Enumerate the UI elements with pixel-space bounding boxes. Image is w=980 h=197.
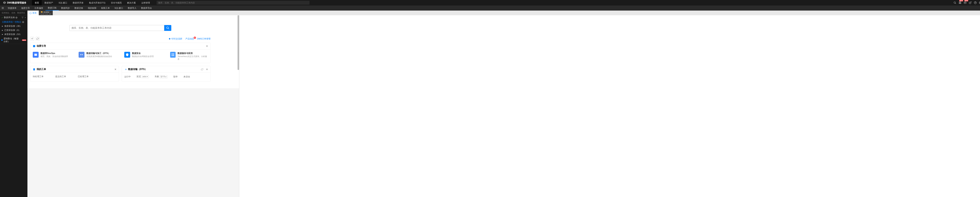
- nav-sql-window[interactable]: SQL窗口: [56, 0, 70, 5]
- content-tabs: 首页 avatar prod_tusi_all: [27, 11, 980, 15]
- right-pane: [239, 15, 980, 197]
- subnav-permorder[interactable]: 权限工单: [99, 5, 112, 11]
- subnav-subscribe[interactable]: 数据订阅: [46, 5, 59, 11]
- svg-line-1: [955, 3, 956, 4]
- help-icon[interactable]: [973, 0, 978, 5]
- item-label: 未登录实例（53）: [4, 33, 22, 36]
- devops-icon: [33, 52, 38, 58]
- tab-label: avatar: [43, 11, 49, 13]
- scene-security[interactable]: 数据安全 数据全生命周期安全管理: [124, 52, 162, 61]
- menu-icon[interactable]: [0, 5, 5, 11]
- home-icon: [29, 12, 32, 14]
- item-label: 云数据库统一控制台: [2, 20, 21, 24]
- svg-rect-6: [964, 2, 966, 3]
- svg-rect-5: [960, 3, 961, 4]
- nav-dts[interactable]: 集成与开发(DTS): [86, 0, 108, 5]
- card-scene: 场景引导 ✕ 数据库DevOps: [30, 43, 210, 63]
- top-header: DMS数据管理服务 首页 数据资产 SQL窗口 数据库开发 集成与开发(DTS)…: [0, 0, 980, 5]
- close-icon[interactable]: ✕: [115, 68, 116, 71]
- settings-btn[interactable]: [30, 37, 34, 41]
- folder-icon: [41, 11, 43, 13]
- nav-db-dev[interactable]: 数据库开发: [70, 0, 86, 5]
- sidebar-search: [0, 11, 27, 15]
- svg-rect-23: [33, 45, 35, 47]
- dms-logo-icon: [3, 2, 6, 4]
- subnav-sql[interactable]: SQL窗口: [112, 5, 126, 11]
- scene-icon: [33, 45, 35, 47]
- datastore-icon: [1, 39, 3, 41]
- tab-home[interactable]: 首页: [27, 11, 39, 15]
- tab-sublabel: prod_tusi_all: [41, 13, 51, 15]
- dts-icon: [79, 52, 84, 58]
- order-stat-pending: 待处理工单: [33, 75, 43, 79]
- fail-select[interactable]: 近7天 ▾: [159, 75, 167, 78]
- count-badge: 2: [194, 36, 196, 39]
- card-title: 场景引导: [37, 44, 46, 48]
- new-badge: NEW: [959, 0, 963, 2]
- help-icon[interactable]: ?: [16, 17, 18, 19]
- nav-ops[interactable]: 运维管理: [138, 0, 153, 5]
- external-icon[interactable]: [968, 0, 972, 5]
- scene-devops[interactable]: 数据库DevOps 规范、高效、安全的使用数据库: [33, 52, 71, 61]
- scene-desc: 数据全生命周期安全管理: [132, 55, 154, 58]
- help-icon[interactable]: ?: [22, 21, 24, 23]
- close-icon[interactable]: ✕: [206, 45, 208, 47]
- scrollbar-thumb[interactable]: [237, 15, 239, 70]
- delay-select[interactable]: ≥60s ▾: [142, 75, 149, 78]
- link-dingding[interactable]: 钉钉交流群: [169, 37, 182, 40]
- settings-icon[interactable]: [978, 0, 980, 5]
- svg-point-27: [82, 54, 83, 55]
- add-icon[interactable]: [24, 17, 26, 19]
- sidebar-item-console[interactable]: 云数据库统一控制台 ?: [0, 20, 27, 24]
- section-title: 逻辑数仓（敏捷分析）: [3, 37, 21, 43]
- inbox-icon[interactable]: NEW: [963, 0, 967, 5]
- close-icon[interactable]: ✕: [206, 68, 208, 71]
- top-right-icons: NEW NEW: [953, 0, 980, 5]
- search-icon[interactable]: [953, 0, 957, 5]
- subnav-export[interactable]: 数据库导出: [139, 5, 154, 11]
- dashboard-scroll[interactable]: 钉钉交流群 产品动态2 DMS订单管理 场景引导 ✕: [27, 15, 239, 197]
- subnav-myperm[interactable]: 我的权限: [86, 5, 99, 11]
- app-icon[interactable]: NEW: [958, 0, 963, 5]
- nav-solution[interactable]: 解决方案: [124, 0, 138, 5]
- sidebar-search-input[interactable]: [1, 12, 27, 14]
- dashboard: 钉钉交流群 产品动态2 DMS订单管理 场景引导 ✕: [27, 15, 239, 88]
- dts-delay: 延迟 ≥60s ▾: [137, 75, 149, 78]
- scene-title: 数据安全: [132, 52, 154, 55]
- subnav-quick[interactable]: 快捷菜单: [5, 5, 19, 11]
- subnav-scene[interactable]: 场景引导: [19, 5, 32, 11]
- subnav-import[interactable]: 数据导入: [126, 5, 139, 11]
- scene-desc: 实现多源异构数据的自由流动: [86, 55, 112, 58]
- nav-data-asset[interactable]: 数据资产: [42, 0, 56, 5]
- chevron-down-icon: ▾: [147, 76, 148, 77]
- dts-notstart: 未启动: [183, 75, 190, 78]
- card-dts: 数据传输（DTS） ✕ 运行中 延迟 ≥60s ▾ 失败 近7: [122, 66, 210, 82]
- subnav-task[interactable]: 任务编排: [32, 5, 46, 11]
- link-dms-order[interactable]: DMS订单管理: [197, 37, 210, 40]
- sidebar-item-nologin[interactable]: ▸免登录实例（30）: [0, 24, 27, 28]
- dts-pause: 暂停: [173, 75, 178, 78]
- refresh-btn[interactable]: [36, 37, 40, 41]
- big-search-button[interactable]: [164, 25, 171, 31]
- top-search-input[interactable]: [157, 1, 310, 5]
- scene-service[interactable]: 数据服务与应用 Serverless 的交互式查询、分析服务: [170, 52, 208, 61]
- subnav-migrate[interactable]: 数据迁移: [72, 5, 86, 11]
- card-title: 数据传输（DTS）: [128, 68, 147, 71]
- filter-icon[interactable]: [22, 17, 24, 19]
- scene-dts[interactable]: 数据传输与加工（DTS） 实现多源异构数据的自由流动: [79, 52, 117, 61]
- sidebar-item-notlogged[interactable]: ▸未登录实例（53）: [0, 32, 27, 36]
- svg-rect-30: [173, 54, 174, 55]
- nav-home[interactable]: 首页: [32, 0, 42, 5]
- order-stat-submitted: 提交的工单: [55, 75, 66, 79]
- content-area: 首页 avatar prod_tusi_all: [27, 11, 980, 197]
- sidebar-item-logged[interactable]: ▸已登录实例（0）: [0, 28, 27, 32]
- tab-avatar[interactable]: avatar prod_tusi_all: [39, 11, 53, 15]
- dts-fail: 失败 近7天 ▾: [154, 75, 167, 78]
- big-search-input[interactable]: [69, 25, 164, 31]
- link-product-news[interactable]: 产品动态2: [185, 37, 194, 40]
- nav-security[interactable]: 安全与规范: [108, 0, 124, 5]
- logo[interactable]: DMS数据管理服务: [2, 1, 28, 5]
- subnav-sync[interactable]: 数据同步: [59, 5, 72, 11]
- refresh-icon[interactable]: [201, 68, 203, 71]
- item-label: 已登录实例（0）: [4, 29, 21, 32]
